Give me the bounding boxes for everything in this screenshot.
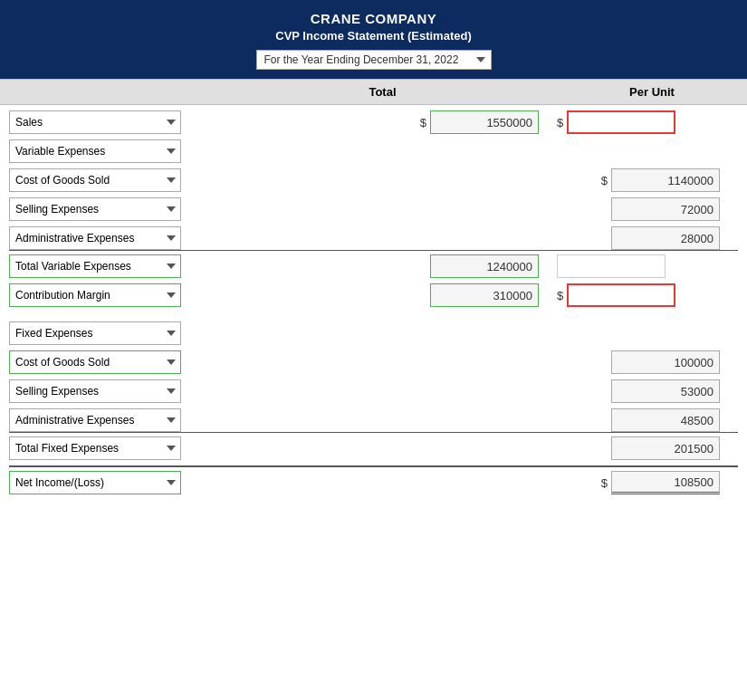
admin-fixed-input[interactable] (611, 408, 720, 432)
perunit-column-header: Per Unit (566, 85, 747, 99)
total-variable-select[interactable]: Total Variable Expenses (9, 254, 181, 278)
contribution-margin-select[interactable]: Contribution Margin (9, 283, 181, 307)
contribution-margin-per-unit-input[interactable] (567, 283, 675, 307)
sales-dollar-sign: $ (420, 116, 426, 129)
net-income-row: Net Income/(Loss) $ (9, 465, 738, 494)
total-column-header: Total (199, 85, 566, 99)
selling-variable-row: Selling Expenses (9, 197, 738, 221)
cogs-fixed-select[interactable]: Cost of Goods Sold (9, 350, 181, 374)
cogs-fixed-input[interactable] (611, 350, 720, 374)
admin-fixed-select[interactable]: Administrative Expenses (9, 408, 181, 432)
cogs-variable-row: Cost of Goods Sold $ (9, 168, 738, 192)
sales-row: Sales $ $ (9, 110, 738, 134)
sales-per-unit-dollar: $ (557, 116, 563, 129)
total-variable-row: Total Variable Expenses (9, 254, 738, 278)
net-income-select[interactable]: Net Income/(Loss) (9, 471, 181, 494)
sales-total-input[interactable] (430, 110, 539, 134)
sales-per-unit-input[interactable] (567, 110, 675, 134)
statement-body: Sales $ $ Variable Expenses Cost of Good… (0, 105, 747, 505)
column-headers: Total Per Unit (0, 79, 747, 105)
selling-variable-input[interactable] (611, 197, 720, 221)
variable-expenses-header-row: Variable Expenses (9, 139, 738, 163)
selling-variable-select[interactable]: Selling Expenses (9, 197, 181, 221)
contribution-margin-input[interactable] (430, 283, 539, 307)
cogs-variable-select[interactable]: Cost of Goods Sold (9, 168, 181, 192)
cogs-fixed-row: Cost of Goods Sold (9, 350, 738, 374)
fixed-expenses-header-row: Fixed Expenses (9, 321, 738, 345)
admin-variable-input[interactable] (611, 226, 720, 250)
cogs-variable-dollar: $ (601, 174, 608, 187)
cogs-variable-input[interactable] (611, 168, 720, 192)
fixed-expenses-select[interactable]: Fixed Expenses (9, 321, 181, 345)
period-dropdown[interactable]: For the Year Ending December 31, 2022 (256, 50, 492, 70)
selling-fixed-select[interactable]: Selling Expenses (9, 379, 181, 403)
variable-expenses-select[interactable]: Variable Expenses (9, 139, 181, 163)
total-variable-input[interactable] (430, 254, 539, 278)
contribution-margin-row: Contribution Margin $ (9, 283, 738, 307)
selling-fixed-row: Selling Expenses (9, 379, 738, 403)
sales-select[interactable]: Sales (9, 110, 181, 134)
net-income-input[interactable] (611, 471, 720, 494)
contribution-margin-dollar: $ (557, 289, 563, 302)
net-income-dollar: $ (601, 476, 608, 490)
page-header: CRANE COMPANY CVP Income Statement (Esti… (0, 0, 747, 79)
total-fixed-input[interactable] (611, 436, 720, 460)
selling-fixed-input[interactable] (611, 379, 720, 403)
company-name: CRANE COMPANY (9, 11, 738, 26)
statement-title: CVP Income Statement (Estimated) (9, 29, 738, 43)
total-fixed-select[interactable]: Total Fixed Expenses (9, 436, 181, 460)
admin-variable-select[interactable]: Administrative Expenses (9, 226, 181, 250)
total-fixed-row: Total Fixed Expenses (9, 436, 738, 460)
admin-fixed-row: Administrative Expenses (9, 408, 738, 433)
admin-variable-row: Administrative Expenses (9, 226, 738, 251)
total-variable-per-unit-input[interactable] (557, 254, 666, 278)
